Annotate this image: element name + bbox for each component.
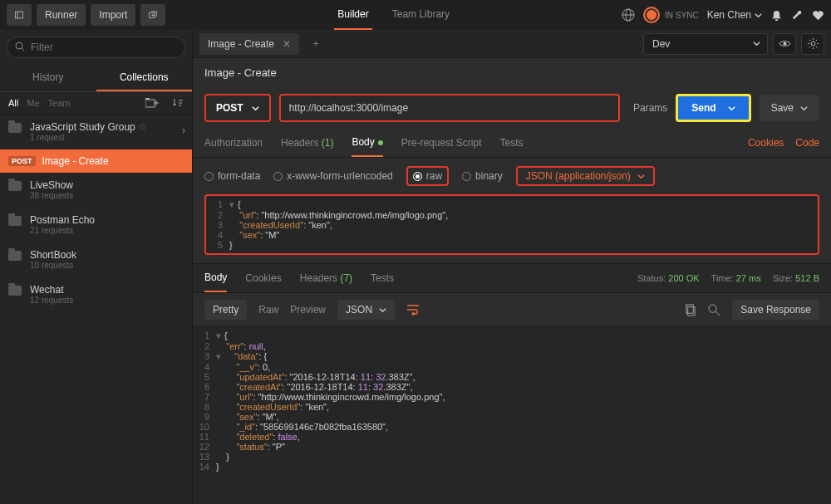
svg-point-15	[811, 42, 815, 46]
runner-button[interactable]: Runner	[37, 4, 86, 26]
bell-icon[interactable]	[770, 9, 783, 22]
globe-icon[interactable]	[622, 8, 635, 22]
svg-point-8	[16, 42, 22, 49]
svg-line-9	[22, 48, 24, 51]
copy-icon[interactable]	[684, 304, 696, 316]
collection-list: JavaScript Study Group ☆ 1 request › POS…	[0, 115, 192, 504]
chevron-down-icon	[755, 12, 762, 19]
resp-tab-headers[interactable]: Headers (7)	[300, 265, 352, 291]
tab-history[interactable]: History	[0, 65, 96, 91]
wrap-lines-button[interactable]	[406, 304, 420, 316]
request-method-badge: POST	[8, 156, 36, 166]
radio-binary[interactable]: binary	[462, 170, 503, 182]
time-value: 27 ms	[736, 273, 761, 283]
heart-icon[interactable]	[812, 9, 824, 22]
collection-requests-count: 12 requests	[30, 296, 73, 305]
code-link[interactable]: Code	[795, 137, 819, 149]
new-window-icon	[149, 9, 157, 21]
cookies-link[interactable]: Cookies	[748, 137, 784, 149]
tab-headers[interactable]: Headers (1)	[281, 130, 333, 156]
search-response-icon[interactable]	[708, 304, 720, 316]
chevron-down-icon	[800, 105, 808, 112]
body-modified-dot	[378, 140, 383, 145]
add-tab-button[interactable]: ＋	[304, 33, 327, 54]
collection-item[interactable]: ShortBook10 requests	[0, 242, 192, 277]
svg-rect-17	[688, 306, 695, 315]
collection-requests-count: 38 requests	[30, 191, 73, 200]
close-icon[interactable]: ✕	[283, 38, 291, 50]
request-body-editor[interactable]: 1▾{2 "url": "http://www.thinkingincrowd.…	[204, 194, 819, 255]
save-response-button[interactable]: Save Response	[732, 300, 819, 320]
scope-team[interactable]: Team	[48, 98, 71, 108]
manage-environments-button[interactable]	[801, 33, 824, 55]
add-collection-icon[interactable]	[145, 97, 159, 109]
url-input[interactable]	[279, 94, 620, 122]
collection-item[interactable]: Wechat12 requests	[0, 277, 192, 312]
method-select[interactable]: POST	[204, 94, 271, 122]
toggle-sidebar-button[interactable]	[7, 4, 32, 26]
save-button[interactable]: Save	[760, 95, 819, 121]
collection-item[interactable]: JavaScript Study Group ☆ 1 request ›	[0, 115, 192, 149]
collection-name: ShortBook	[30, 249, 76, 261]
content-type-select[interactable]: JSON (application/json)	[516, 166, 655, 186]
tab-body[interactable]: Body	[352, 129, 382, 157]
tab-authorization[interactable]: Authorization	[204, 130, 263, 156]
url-row: POST Params Send Save	[193, 87, 831, 129]
view-pretty[interactable]: Pretty	[204, 300, 247, 320]
builder-tab[interactable]: Builder	[334, 0, 371, 30]
chevron-down-icon	[728, 105, 735, 112]
send-button[interactable]: Send	[676, 94, 750, 122]
content-type-label: JSON (application/json)	[526, 170, 631, 182]
request-item-active[interactable]: POST Image - Create	[0, 149, 192, 173]
topbar-view-switch: Builder Team Library	[170, 0, 617, 30]
filter-input[interactable]	[7, 37, 185, 58]
scope-me[interactable]: Me	[27, 98, 39, 108]
chevron-down-icon	[379, 306, 386, 314]
environment-select[interactable]: Dev	[643, 33, 768, 55]
request-name: Image - Create	[42, 155, 109, 167]
tab-collections[interactable]: Collections	[96, 65, 193, 91]
request-tab-title: Image - Create	[208, 38, 274, 50]
collection-requests-count: 1 request	[30, 133, 147, 142]
user-menu[interactable]: Ken Chen	[707, 9, 762, 21]
preview-environment-button[interactable]	[773, 33, 796, 55]
radio-raw[interactable]: raw	[406, 166, 449, 186]
svg-point-14	[783, 42, 786, 46]
params-button[interactable]: Params	[633, 102, 667, 114]
scope-all[interactable]: All	[8, 98, 18, 108]
tab-prerequest[interactable]: Pre-request Script	[401, 130, 482, 156]
format-select[interactable]: JSON	[337, 300, 395, 320]
svg-rect-11	[145, 98, 150, 100]
sort-icon[interactable]	[172, 97, 184, 109]
wrench-icon[interactable]	[791, 9, 804, 22]
collection-item[interactable]: Postman Echo21 requests	[0, 208, 192, 242]
radio-form-data[interactable]: form-data	[204, 170, 260, 182]
view-preview[interactable]: Preview	[290, 304, 326, 316]
chevron-right-icon: ›	[182, 125, 185, 136]
new-window-button[interactable]	[140, 4, 165, 26]
scope-row: All Me Team	[0, 92, 192, 115]
team-library-tab[interactable]: Team Library	[389, 0, 453, 30]
response-tabs: Body Cookies Headers (7) Tests Status: 2…	[193, 263, 831, 293]
sidebar-tabs: History Collections	[0, 65, 192, 92]
resp-tab-cookies[interactable]: Cookies	[245, 265, 281, 291]
view-raw[interactable]: Raw	[258, 304, 278, 316]
response-toolbar: Pretty Raw Preview JSON Save Response	[193, 293, 831, 327]
resp-tab-tests[interactable]: Tests	[371, 265, 394, 291]
sidebar-icon	[15, 9, 23, 21]
response-body-viewer[interactable]: 1▾{2 "err": null,3▾ "data": {4 "__v": 0,…	[193, 327, 831, 504]
tab-tests[interactable]: Tests	[499, 130, 523, 156]
svg-rect-10	[145, 100, 155, 107]
response-status-area: Status: 200 OK Time: 27 ms Size: 512 B	[637, 266, 819, 291]
radio-urlencoded[interactable]: x-www-form-urlencoded	[273, 170, 392, 182]
status-value: 200 OK	[668, 273, 699, 283]
import-button[interactable]: Import	[91, 4, 135, 26]
body-type-row: form-data x-www-form-urlencoded raw bina…	[193, 158, 831, 194]
request-tab[interactable]: Image - Create ✕	[199, 33, 299, 55]
content-area: Image - Create ✕ ＋ Dev Image - Create PO…	[193, 30, 831, 504]
chevron-down-icon	[753, 40, 760, 47]
user-name-label: Ken Chen	[707, 9, 751, 21]
collection-item[interactable]: LiveShow38 requests	[0, 173, 192, 208]
resp-tab-body[interactable]: Body	[204, 264, 227, 292]
sync-icon	[643, 7, 660, 23]
